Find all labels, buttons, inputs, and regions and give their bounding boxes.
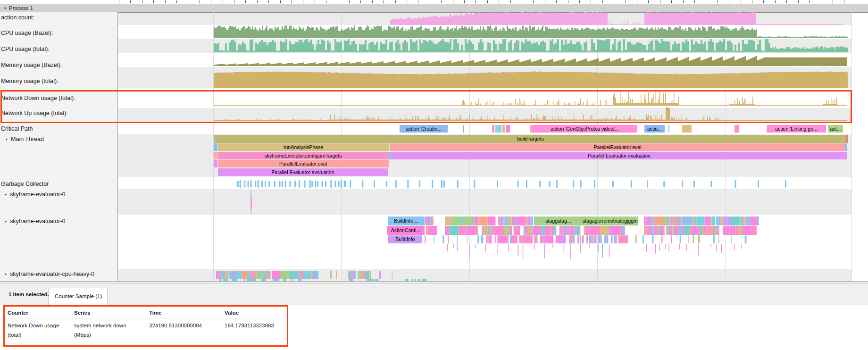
track-name-sidebar: action count:CPU usage (Bazel):CPU usage… bbox=[0, 12, 118, 281]
track-label-memory-usage-bazel: Memory usage (Bazel): bbox=[0, 61, 117, 69]
critical-path-slice[interactable] bbox=[495, 125, 501, 133]
details-tabstrip: 1 item selected. Counter Sample (1) bbox=[0, 284, 868, 305]
track-label-cpu-usage-bazel: CPU usage (Bazel): bbox=[0, 29, 117, 37]
track-label-garbage-collector: Garbage Collector bbox=[0, 180, 117, 188]
critical-path-slice-act[interactable]: act... bbox=[828, 125, 843, 133]
track-label-action-count: action count: bbox=[0, 14, 117, 21]
track-label-text: skyframe-evaluator-cpu-heavy-0 bbox=[10, 271, 94, 277]
track-label-text: action count: bbox=[1, 14, 34, 21]
track-label-critical-path: Critical Path bbox=[0, 125, 117, 133]
track-label-text: Critical Path bbox=[1, 125, 33, 132]
main-thread-slice[interactable] bbox=[214, 143, 217, 151]
main-thread-slice-parallelevaluator-eval[interactable]: ParallelEvaluator.eval bbox=[390, 143, 845, 151]
track-label-text: Memory usage (Bazel): bbox=[1, 62, 62, 68]
critical-path-slice-actio[interactable]: actio... bbox=[644, 125, 665, 133]
critical-path-slice[interactable] bbox=[502, 125, 505, 133]
track-label-text: CPU usage (Bazel): bbox=[1, 30, 53, 36]
critical-path-slice[interactable] bbox=[492, 125, 494, 133]
main-thread-slice-parallel-evaluator-evaluation[interactable]: Parallel Evaluator evaluation bbox=[391, 152, 847, 159]
trace-viewer: ▾Process 1 action 'Creatin...action 'Gen… bbox=[0, 0, 868, 350]
network-tracks-highlight bbox=[0, 90, 852, 123]
track-label-memory-usage-total: Memory usage (total): bbox=[0, 77, 117, 85]
critical-path-slice[interactable] bbox=[734, 125, 739, 133]
track-label-text: Garbage Collector bbox=[1, 181, 49, 187]
main-thread-slice[interactable] bbox=[846, 135, 848, 143]
collapse-arrow-icon[interactable]: ▾ bbox=[5, 192, 7, 197]
main-thread-slice-runanalysisphase[interactable]: runAnalysisPhase bbox=[218, 143, 389, 151]
critical-path-slice-action-linking-go[interactable]: action 'Linking go... bbox=[767, 125, 826, 133]
main-thread-slice-buildtargets[interactable]: buildTargets bbox=[215, 135, 846, 143]
critical-path-slice-action-genobjcprotos-video[interactable]: action 'GenObjcProtos video/... bbox=[532, 125, 637, 133]
critical-path-slice[interactable] bbox=[682, 125, 692, 133]
skyframe-evaluator-slice-staggstag[interactable]: staggstag... bbox=[534, 217, 583, 225]
main-thread-slice[interactable] bbox=[214, 160, 217, 167]
main-thread-slice-parallel-evaluator-evaluation[interactable]: Parallel Evaluator evaluation bbox=[218, 168, 388, 176]
track-label-cpu-usage-total: CPU usage (total): bbox=[0, 45, 117, 53]
track-label-main-thread[interactable]: ▾Main Thread bbox=[0, 135, 122, 143]
collapse-arrow-icon[interactable]: ▾ bbox=[5, 219, 7, 224]
main-thread-slice[interactable] bbox=[845, 143, 847, 151]
track-label-skyframe-evaluator-0[interactable]: ▾skyframe-evaluator-0 bbox=[0, 217, 121, 225]
collapse-arrow-icon[interactable]: ▾ bbox=[5, 272, 7, 276]
track-label-text: skyframe-evaluator-0 bbox=[10, 218, 65, 225]
track-label-text: CPU usage (total): bbox=[1, 46, 50, 52]
collapse-arrow-icon[interactable]: ▾ bbox=[6, 137, 8, 142]
skyframe-evaluator-slice-actionconti[interactable]: ActionConti... bbox=[387, 226, 425, 235]
critical-path-slice[interactable] bbox=[530, 125, 532, 133]
main-thread-slice[interactable] bbox=[214, 152, 217, 159]
critical-path-slice-action-creatin[interactable]: action 'Creatin... bbox=[400, 125, 448, 133]
skyframe-evaluator-slice-buildinfo[interactable]: BuildInfo ... bbox=[388, 217, 425, 225]
selection-status: 1 item selected. bbox=[8, 284, 49, 305]
track-label-skyframe-evaluator-0[interactable]: ▾skyframe-evaluator-0 bbox=[0, 191, 121, 198]
track-label-text: Memory usage (total): bbox=[1, 78, 58, 84]
critical-path-slice[interactable] bbox=[506, 125, 510, 133]
critical-path-slice[interactable] bbox=[463, 125, 464, 133]
tab-counter-sample[interactable]: Counter Sample (1) bbox=[49, 288, 108, 306]
main-thread-slice-skyframeexecutor-configuretarg[interactable]: skyframeExecutor.configureTargets bbox=[217, 152, 389, 159]
main-thread-slice-parallelevaluator-eval[interactable]: ParallelEvaluator.eval bbox=[217, 160, 389, 167]
skyframe-evaluator-slice-stagagerremotnategjggmkexotcei[interactable]: stagagerremotnategjggmkexotceige.remot..… bbox=[583, 217, 638, 225]
track-label-text: Main Thread bbox=[11, 136, 44, 142]
details-table-highlight bbox=[3, 305, 288, 347]
critical-path-slice[interactable] bbox=[668, 125, 669, 133]
track-label-text: skyframe-evaluator-0 bbox=[10, 191, 65, 198]
track-label-skyframe-evaluator-cpu-heavy-0[interactable]: ▾skyframe-evaluator-cpu-heavy-0 bbox=[0, 270, 121, 278]
skyframe-evaluator-slice-buildinfo[interactable]: BuildInfo bbox=[388, 235, 422, 243]
